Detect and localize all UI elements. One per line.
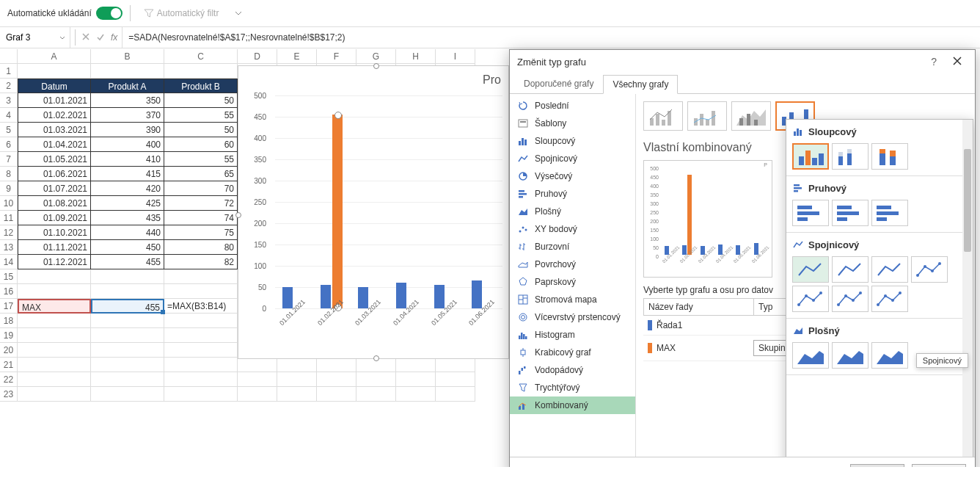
col-header[interactable]: D	[238, 49, 277, 64]
max-value-cell[interactable]: 455	[91, 299, 164, 314]
col-header[interactable]: H	[396, 49, 436, 64]
row-header[interactable]: 19	[0, 328, 18, 343]
row-header[interactable]: 21	[0, 358, 18, 372]
chart-category-sunburst[interactable]: Vícevrstvý prstencový	[510, 308, 635, 326]
cancel-button[interactable]: Zrušit	[912, 464, 966, 468]
cell[interactable]: 01.04.2021	[18, 137, 91, 152]
cell[interactable]: 440	[91, 225, 164, 240]
fx-icon[interactable]: fx	[111, 32, 117, 43]
chart-category-histogram[interactable]: Histogram	[510, 326, 635, 344]
ribbon-customize-chevron[interactable]	[229, 5, 248, 21]
chart-category-stock[interactable]: Burzovní	[510, 238, 635, 256]
cell[interactable]: 60	[164, 137, 238, 152]
row-header[interactable]: 17	[0, 299, 18, 314]
select-all-corner[interactable]	[0, 49, 18, 64]
cell[interactable]: 400	[91, 137, 164, 152]
cell[interactable]: 74	[164, 211, 238, 225]
cell[interactable]: 01.09.2021	[18, 211, 91, 225]
chart-bar[interactable]	[472, 280, 482, 308]
help-icon[interactable]: ?	[931, 56, 937, 68]
chart-category-bar[interactable]: Pruhový	[510, 185, 635, 203]
chart-category-line[interactable]: Spojnicový	[510, 150, 635, 167]
name-box[interactable]	[0, 27, 70, 48]
chart-bar[interactable]	[434, 285, 445, 308]
cell[interactable]: 50	[164, 93, 238, 108]
chevron-down-icon[interactable]	[59, 32, 65, 43]
row-header[interactable]: 8	[0, 167, 18, 181]
cell[interactable]: 01.11.2021	[18, 240, 91, 255]
cancel-icon[interactable]	[81, 32, 90, 43]
cell[interactable]: 01.05.2021	[18, 152, 91, 167]
chart-category-waterfall[interactable]: Vodopádový	[510, 361, 635, 379]
table-header[interactable]: Produkt B	[164, 79, 238, 93]
chart-subtype-thumb[interactable]	[871, 256, 908, 283]
col-header[interactable]: A	[18, 49, 91, 64]
close-icon[interactable]	[947, 52, 968, 71]
col-header[interactable]: F	[317, 49, 356, 64]
row-header[interactable]: 11	[0, 211, 18, 225]
cell[interactable]: 450	[91, 240, 164, 255]
row-header[interactable]: 22	[0, 372, 18, 387]
row-header[interactable]: 14	[0, 255, 18, 269]
flyout-scrollbar[interactable]	[962, 120, 973, 457]
row-header[interactable]: 20	[0, 343, 18, 358]
chart-category-recent[interactable]: Poslední	[510, 97, 635, 115]
formula-input[interactable]: =SADA(Nesrovnatelné!$A$17;;Nesrovnatelné…	[122, 27, 980, 48]
col-header[interactable]: B	[91, 49, 164, 64]
change-chart-type-dialog[interactable]: Změnit typ grafu ? Doporučené grafy Všec…	[509, 49, 976, 467]
chart-subtype-thumb[interactable]	[832, 342, 869, 369]
embedded-chart[interactable]: Pro 050100150200250300350400450500 01.01…	[238, 65, 509, 359]
tab-recommended[interactable]: Doporučené grafy	[514, 74, 603, 93]
cell[interactable]: 390	[91, 123, 164, 137]
mini-chart-preview[interactable]: P 050100150200250300350400450500 01.01.2…	[643, 160, 772, 278]
chart-category-pie[interactable]: Výsečový	[510, 167, 635, 185]
row-header[interactable]: 10	[0, 196, 18, 211]
autosave-toggle[interactable]	[96, 7, 122, 20]
chart-subtype-thumb[interactable]	[911, 256, 948, 283]
cell[interactable]: 01.12.2021	[18, 255, 91, 269]
cell[interactable]: 55	[164, 108, 238, 123]
chart-category-template[interactable]: Šablony	[510, 115, 635, 132]
cell[interactable]: 455	[91, 255, 164, 269]
cell[interactable]: 55	[164, 152, 238, 167]
chart-bar[interactable]	[282, 287, 293, 308]
row-header[interactable]: 3	[0, 93, 18, 108]
row-header[interactable]: 4	[0, 108, 18, 123]
cell[interactable]: 435	[91, 211, 164, 225]
row-header[interactable]: 23	[0, 387, 18, 402]
cell[interactable]: 82	[164, 255, 238, 269]
col-header[interactable]: C	[164, 49, 238, 64]
row-header[interactable]: 1	[0, 64, 18, 79]
cell[interactable]: 410	[91, 152, 164, 167]
row-header[interactable]: 5	[0, 123, 18, 137]
chart-subtype-thumb[interactable]	[792, 342, 829, 369]
chart-bar[interactable]	[321, 285, 331, 308]
cell[interactable]: 72	[164, 196, 238, 211]
row-header[interactable]: 16	[0, 284, 18, 299]
chart-bar[interactable]	[358, 287, 368, 308]
cell[interactable]: 420	[91, 181, 164, 196]
chart-subtype-thumb[interactable]	[832, 143, 869, 170]
chart-category-combo[interactable]: Kombinovaný	[510, 396, 635, 414]
chart-bar-max[interactable]	[332, 115, 343, 308]
autofilter-button[interactable]: Automatický filtr	[138, 5, 225, 21]
cell[interactable]: 01.02.2021	[18, 108, 91, 123]
row-header[interactable]: 13	[0, 240, 18, 255]
cell[interactable]: 350	[91, 93, 164, 108]
cell[interactable]: 425	[91, 196, 164, 211]
name-box-input[interactable]	[4, 32, 56, 43]
row-header[interactable]: 9	[0, 181, 18, 196]
chart-category-radar[interactable]: Paprskový	[510, 273, 635, 291]
cell[interactable]: 01.08.2021	[18, 196, 91, 211]
chart-subtype-thumb[interactable]	[792, 143, 829, 170]
chart-subtype-thumb[interactable]	[871, 342, 908, 369]
chart-category-scatter[interactable]: XY bodový	[510, 220, 635, 238]
chart-subtype-thumb[interactable]	[871, 143, 908, 170]
chart-subtype-thumb[interactable]	[792, 200, 829, 226]
chart-category-funnel[interactable]: Trychtýřový	[510, 379, 635, 396]
combo-subtype-3[interactable]	[731, 101, 771, 131]
table-header[interactable]: Datum	[18, 79, 91, 93]
cell[interactable]: 370	[91, 108, 164, 123]
cell[interactable]: 01.07.2021	[18, 181, 91, 196]
cell[interactable]: 01.03.2021	[18, 123, 91, 137]
